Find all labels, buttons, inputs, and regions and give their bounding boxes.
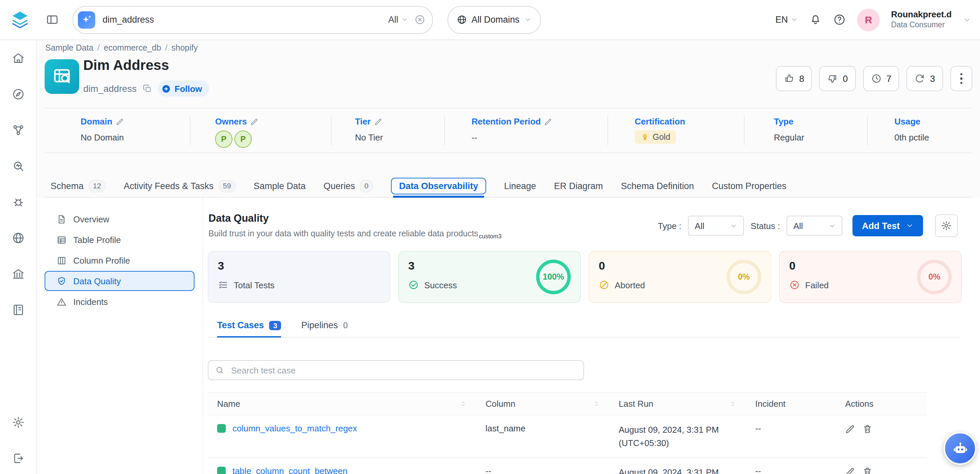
subnav-overview[interactable]: Overview [45, 209, 194, 229]
edit-retention-icon[interactable] [544, 118, 552, 126]
checklist-icon [218, 280, 228, 290]
retention-value: -- [471, 132, 552, 142]
downvote-button[interactable]: 0 [819, 66, 856, 91]
nav-knowledge-icon[interactable] [7, 298, 29, 321]
subnav-table-profile[interactable]: Table Profile [45, 230, 194, 250]
section-subtitle: Build trust in your data with quality te… [208, 229, 501, 238]
tab-er-diagram[interactable]: ER Diagram [554, 181, 603, 191]
nav-observability-icon[interactable] [7, 154, 29, 177]
breadcrumb-item[interactable]: Sample Data [45, 43, 94, 52]
edit-tier-icon[interactable] [374, 118, 382, 126]
sort-icon[interactable] [460, 400, 467, 407]
edit-domain-icon[interactable] [116, 118, 124, 126]
user-role: Data Consumer [891, 20, 952, 30]
user-avatar[interactable]: R [857, 8, 880, 31]
sort-icon[interactable] [729, 400, 737, 407]
top-bar: All All Domains EN R Ro [0, 0, 980, 40]
status-success-indicator [217, 424, 226, 433]
edit-icon[interactable] [845, 424, 855, 434]
upvote-button[interactable]: 8 [776, 66, 812, 91]
last-run-cell: August 09, 2024, 3:31 PM(UTC+05:30) [609, 415, 746, 457]
breadcrumb-item[interactable]: shopify [172, 43, 198, 52]
test-case-link[interactable]: table_column_count_between [232, 466, 348, 474]
global-search[interactable]: All [73, 6, 433, 33]
breadcrumb: Sample Data / ecommerce_db / shopify [45, 43, 198, 52]
test-case-search-input[interactable] [230, 364, 577, 376]
pipelines-count: 0 [343, 321, 348, 330]
aborted-card: 0 Aborted 0% [589, 251, 771, 303]
tab-schema[interactable]: Schema12 [51, 180, 106, 192]
breadcrumb-item[interactable]: ecommerce_db [104, 43, 161, 52]
file-icon [57, 214, 67, 224]
page: Sample Data / ecommerce_db / shopify Dim… [37, 39, 980, 474]
quality-inner-tabs: Test Cases 3 Pipelines 0 [208, 320, 960, 337]
entity-name: dim_address [83, 83, 137, 94]
search-scope-dropdown[interactable]: All [388, 14, 408, 25]
quality-settings-button[interactable] [935, 215, 958, 237]
clear-search-icon[interactable] [414, 14, 426, 25]
chatbot-button[interactable] [944, 432, 976, 465]
settings-gear-icon[interactable] [7, 411, 29, 433]
type-filter-select[interactable]: All [688, 216, 744, 236]
nav-domains-icon[interactable] [7, 226, 29, 249]
user-name: Rounakpreet.d [891, 9, 952, 20]
owner-avatar[interactable]: P [234, 130, 252, 148]
search-input[interactable] [101, 14, 382, 25]
tab-queries[interactable]: Queries0 [324, 180, 373, 192]
edit-owners-icon[interactable] [250, 118, 258, 126]
last-run-cell: August 09, 2024, 3:31 PM(UTC+05:30) [609, 458, 746, 474]
test-case-link[interactable]: column_values_to_match_regex [232, 423, 357, 433]
subtitle-suffix: custom3 [479, 233, 501, 240]
clock-icon [871, 73, 882, 84]
delete-icon[interactable] [862, 424, 872, 434]
entity-info-strip: Domain No Domain Owners P P Tier No Tier… [45, 108, 972, 153]
add-test-button[interactable]: Add Test [853, 215, 923, 236]
nav-marketplace-icon[interactable] [7, 262, 29, 285]
version-history-button[interactable]: 7 [863, 66, 899, 91]
nav-insights-icon[interactable] [7, 190, 29, 213]
observability-content: Overview Table Profile Column Profile Da… [37, 198, 980, 474]
nav-home-icon[interactable] [7, 46, 29, 69]
edit-icon[interactable] [845, 467, 855, 474]
tab-lineage[interactable]: Lineage [504, 181, 536, 191]
domains-dropdown-label: All Domains [471, 14, 519, 25]
tab-custom-properties[interactable]: Custom Properties [712, 181, 786, 191]
nav-govern-icon[interactable] [7, 119, 29, 141]
notifications-bell-icon[interactable] [809, 13, 822, 26]
app-logo-icon[interactable] [9, 8, 31, 31]
table-entity-icon [45, 59, 79, 94]
owner-avatar[interactable]: P [215, 130, 232, 148]
certification-column: Certification Gold [635, 116, 685, 144]
follow-button[interactable]: Follow [158, 81, 209, 97]
status-filter-select[interactable]: All [787, 216, 843, 236]
refresh-count-button[interactable]: 3 [907, 66, 943, 91]
sort-icon[interactable] [593, 400, 600, 407]
language-dropdown[interactable]: EN [775, 14, 798, 25]
tab-activity-feeds[interactable]: Activity Feeds & Tasks59 [124, 180, 236, 192]
help-icon[interactable] [833, 13, 846, 26]
globe-icon [457, 14, 467, 25]
subnav-data-quality[interactable]: Data Quality [45, 271, 194, 291]
tab-schema-definition[interactable]: Schema Definition [621, 181, 694, 191]
tab-sample-data[interactable]: Sample Data [254, 181, 306, 191]
user-menu[interactable]: Rounakpreet.d Data Consumer [891, 9, 952, 30]
tab-data-observability[interactable]: Data Observability [391, 178, 486, 194]
table-icon [57, 235, 67, 245]
copy-icon[interactable] [143, 84, 152, 93]
tab-test-cases[interactable]: Test Cases 3 [217, 320, 282, 330]
gear-icon [941, 220, 952, 231]
data-quality-panel: Data Quality Build trust in your data wi… [203, 198, 980, 474]
user-menu-chevron-icon[interactable] [963, 16, 971, 24]
domains-dropdown[interactable]: All Domains [447, 6, 541, 33]
nav-explore-icon[interactable] [7, 83, 29, 105]
subnav-incidents[interactable]: Incidents [45, 291, 194, 312]
delete-icon[interactable] [862, 467, 872, 474]
sidebar-toggle-icon[interactable] [46, 13, 59, 26]
table-row: table_column_count_between -- August 09,… [208, 458, 926, 474]
logout-icon[interactable] [7, 447, 29, 469]
tab-pipelines[interactable]: Pipelines 0 [301, 320, 348, 330]
subnav-column-profile[interactable]: Column Profile [45, 250, 194, 270]
more-options-button[interactable] [950, 66, 972, 91]
test-case-search[interactable] [208, 360, 584, 380]
ai-sparkle-icon[interactable] [78, 11, 95, 28]
